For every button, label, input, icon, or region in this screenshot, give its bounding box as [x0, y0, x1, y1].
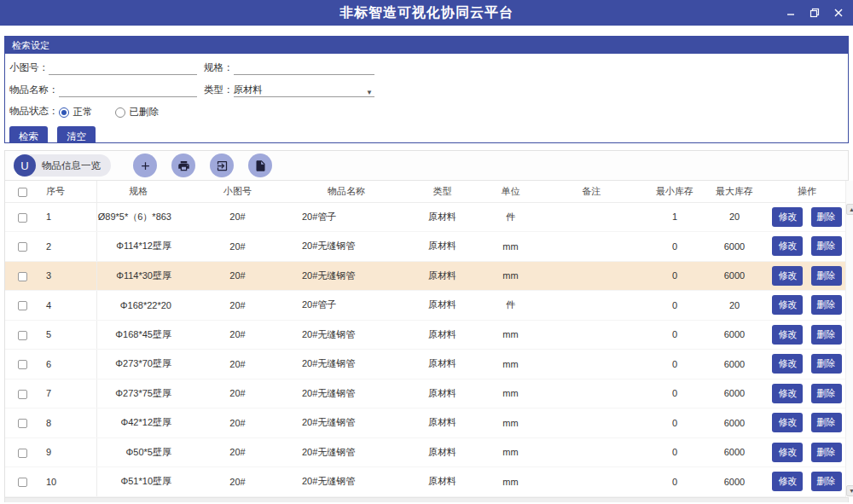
edit-button[interactable]: 修改	[772, 354, 803, 374]
cell-remark	[534, 291, 649, 321]
delete-button[interactable]: 删除	[811, 354, 842, 374]
radio-status-deleted[interactable]: 已删除	[115, 106, 160, 119]
cell-unit: mm	[487, 379, 534, 408]
row-checkbox[interactable]	[18, 390, 27, 399]
clear-button[interactable]: 清空	[57, 126, 96, 143]
cell-max-stock: 6000	[700, 320, 769, 350]
delete-button[interactable]: 删除	[811, 472, 842, 491]
cell-type: 原材料	[397, 408, 487, 438]
item-table-area: 序号 规格 小图号 物品名称 类型 单位 备注 最小库存 最大库存 操作 1 Ø…	[5, 181, 848, 497]
type-select[interactable]: 原材料 ▼	[234, 83, 375, 97]
delete-button[interactable]: 删除	[811, 443, 842, 462]
cell-min-stock: 0	[649, 320, 700, 350]
table-row[interactable]: 3 Φ114*30壁厚 20# 20#无缝钢管 原材料 mm 0 6000 修改…	[5, 261, 845, 291]
cell-spec: Φ273*70壁厚	[96, 350, 180, 379]
row-checkbox[interactable]	[18, 478, 27, 487]
cell-unit: 件	[487, 291, 534, 321]
row-checkbox[interactable]	[18, 301, 27, 310]
scrollbar-spacer	[846, 181, 853, 203]
edit-button[interactable]: 修改	[772, 207, 803, 227]
edit-button[interactable]: 修改	[772, 266, 803, 286]
cell-spec: Φ42*12壁厚	[96, 408, 180, 438]
table-row[interactable]: 7 Φ273*75壁厚 20# 20#无缝钢管 原材料 mm 0 6000 修改…	[5, 379, 845, 408]
edit-button[interactable]: 修改	[772, 413, 803, 432]
table-row[interactable]: 5 Φ168*45壁厚 20# 20#无缝钢管 原材料 mm 0 6000 修改…	[5, 320, 845, 350]
item-name-input[interactable]	[59, 83, 198, 97]
spec-input[interactable]	[234, 61, 375, 75]
vertical-scrollbar-column: ▲ ▼	[845, 181, 853, 497]
cell-type: 原材料	[397, 291, 487, 321]
row-checkbox[interactable]	[18, 272, 27, 281]
edit-button[interactable]: 修改	[772, 472, 803, 491]
row-checkbox[interactable]	[18, 213, 27, 223]
cell-type: 原材料	[397, 202, 487, 232]
minimize-button[interactable]	[784, 7, 797, 20]
table-row[interactable]: 6 Φ273*70壁厚 20# 20#无缝钢管 原材料 mm 0 6000 修改…	[5, 350, 845, 379]
radio-deleted-label: 已删除	[130, 106, 160, 119]
delete-button[interactable]: 删除	[811, 384, 842, 403]
table-row[interactable]: 4 Φ168*22*20 20# 20#管子 原材料 件 0 20 修改 删除	[5, 291, 845, 321]
row-checkbox[interactable]	[18, 449, 27, 458]
add-button[interactable]	[133, 154, 157, 177]
cell-unit: mm	[487, 320, 534, 350]
radio-normal-label: 正常	[73, 106, 93, 119]
header-spec: 规格	[96, 181, 180, 202]
cell-min-stock: 0	[649, 232, 700, 262]
cell-type: 原材料	[397, 437, 487, 467]
scroll-down-icon[interactable]: ▼	[846, 485, 853, 496]
cell-seq: 3	[39, 261, 96, 291]
cell-unit: mm	[487, 467, 534, 497]
row-checkbox[interactable]	[18, 419, 27, 428]
form-row-2: 物品名称： 类型： 原材料 ▼	[9, 83, 844, 97]
minimize-icon	[786, 8, 796, 18]
import-button[interactable]	[210, 154, 234, 177]
table-row[interactable]: 2 Φ114*12壁厚 20# 20#无缝钢管 原材料 mm 0 6000 修改…	[5, 232, 845, 262]
status-row: 物品状态： 正常 已删除	[9, 105, 844, 119]
edit-button[interactable]: 修改	[772, 443, 803, 462]
close-button[interactable]	[832, 7, 844, 20]
type-selected-value: 原材料	[234, 84, 264, 96]
vertical-scrollbar[interactable]: ▲ ▼	[846, 203, 853, 497]
cell-seq: 10	[39, 467, 96, 497]
table-row[interactable]: 9 Φ50*5壁厚 20# 20#无缝钢管 原材料 mm 0 6000 修改 删…	[5, 437, 845, 467]
select-all-checkbox[interactable]	[18, 188, 27, 197]
delete-button[interactable]: 删除	[811, 295, 842, 315]
radio-status-normal[interactable]: 正常	[59, 106, 93, 119]
cell-max-stock: 20	[700, 291, 769, 321]
cell-remark	[534, 350, 649, 379]
row-checkbox[interactable]	[18, 331, 27, 340]
restore-button[interactable]	[808, 7, 821, 20]
delete-button[interactable]: 删除	[811, 266, 842, 286]
scroll-up-icon[interactable]: ▲	[846, 204, 853, 215]
delete-button[interactable]: 删除	[811, 207, 842, 227]
cell-spec: Ø89*5*（6）*863	[96, 202, 180, 232]
table-row[interactable]: 10 Φ51*10壁厚 20# 20#无缝钢管 原材料 mm 0 6000 修改…	[5, 467, 845, 497]
cell-min-stock: 0	[649, 467, 700, 497]
item-table: 序号 规格 小图号 物品名称 类型 单位 备注 最小库存 最大库存 操作 1 Ø…	[5, 181, 845, 497]
print-button[interactable]	[171, 154, 195, 177]
table-row[interactable]: 8 Φ42*12壁厚 20# 20#无缝钢管 原材料 mm 0 6000 修改 …	[5, 408, 845, 438]
drawing-no-input[interactable]	[49, 61, 197, 75]
cell-seq: 7	[39, 379, 96, 408]
delete-button[interactable]: 删除	[811, 413, 842, 432]
delete-button[interactable]: 删除	[811, 236, 842, 256]
cell-name: 20#无缝钢管	[295, 320, 397, 350]
form-row-1: 小图号： 规格：	[9, 61, 844, 75]
horizontal-scrollbar[interactable]	[5, 497, 848, 502]
edit-button[interactable]: 修改	[772, 325, 803, 345]
edit-button[interactable]: 修改	[772, 236, 803, 256]
cell-spec: Φ273*75壁厚	[96, 379, 180, 408]
export-file-button[interactable]	[248, 154, 272, 177]
row-checkbox[interactable]	[18, 242, 27, 252]
cell-spec: Φ51*10壁厚	[96, 467, 180, 497]
delete-button[interactable]: 删除	[811, 325, 842, 345]
cell-drawing: 20#	[180, 350, 295, 379]
row-checkbox-cell	[5, 467, 39, 497]
edit-button[interactable]: 修改	[772, 295, 803, 315]
cell-seq: 8	[39, 408, 96, 438]
row-checkbox[interactable]	[18, 360, 27, 369]
edit-button[interactable]: 修改	[772, 384, 803, 403]
search-button[interactable]: 检索	[9, 126, 48, 143]
cell-name: 20#无缝钢管	[295, 350, 397, 379]
table-row[interactable]: 1 Ø89*5*（6）*863 20# 20#管子 原材料 件 1 20 修改 …	[5, 202, 845, 232]
